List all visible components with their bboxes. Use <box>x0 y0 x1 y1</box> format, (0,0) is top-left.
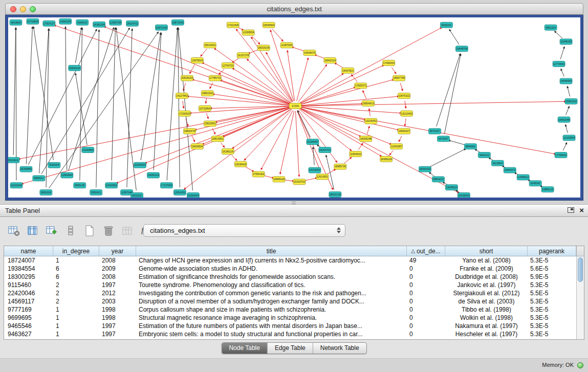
graph-node[interactable]: 18203106 <box>257 45 270 51</box>
graph-node[interactable]: 16186126 <box>222 149 234 155</box>
graph-node[interactable]: 15823051 <box>204 121 216 126</box>
column-header-outdegree[interactable]: △ out_de... <box>407 246 445 256</box>
graph-node[interactable]: 15872043 <box>171 19 184 25</box>
graph-node[interactable]: 10430662 <box>105 183 118 188</box>
graph-node[interactable]: 19648794 <box>455 46 468 52</box>
graph-node[interactable]: 19965418 <box>273 177 285 182</box>
graph-node[interactable]: 12754702 <box>222 62 234 68</box>
graph-node[interactable]: 13216052 <box>365 118 377 124</box>
graph-node[interactable]: 15153702 <box>293 179 306 185</box>
graph-node[interactable]: 10435042 <box>458 193 470 198</box>
graph-node[interactable]: 9520609 <box>8 157 19 163</box>
zoom-window-button[interactable] <box>30 6 36 12</box>
graph-node[interactable]: 16652048 <box>558 117 570 122</box>
graph-node[interactable]: 15649470 <box>303 50 316 56</box>
column-header-year[interactable]: year <box>99 246 136 256</box>
table-row[interactable]: 969969511998Structural magnetic resonanc… <box>4 314 576 322</box>
table-row[interactable]: 946362711997Embryonic stem cells: a mode… <box>4 330 576 338</box>
graph-node[interactable]: 25260850 <box>20 166 32 172</box>
table-mode-icon[interactable] <box>7 224 20 237</box>
graph-node[interactable]: 14545493 <box>560 78 572 84</box>
graph-node[interactable]: 20530103 <box>69 65 81 71</box>
graph-node[interactable]: 10884210 <box>541 187 554 192</box>
graph-node[interactable]: 17554302 <box>252 171 265 177</box>
graph-node[interactable]: 14690254 <box>59 18 72 24</box>
graph-node[interactable]: 9015824 <box>491 160 504 166</box>
graph-node[interactable]: 18985736 <box>334 164 346 169</box>
graph-node[interactable]: 19820476 <box>183 128 195 134</box>
table-row[interactable]: 946554611997Estimation of the future num… <box>4 322 576 330</box>
tab-edge-table[interactable]: Edge Table <box>268 343 313 354</box>
graph-node[interactable]: 16381204 <box>93 21 105 27</box>
delete-column-icon[interactable] <box>102 224 115 237</box>
graph-node[interactable]: 17240 <box>289 103 301 109</box>
graph-node[interactable]: 17760542 <box>555 152 567 158</box>
window-titlebar[interactable]: citations_edges.txt <box>5 3 583 15</box>
tab-node-table[interactable]: Node Table <box>222 343 268 354</box>
column-header-title[interactable]: title <box>136 246 407 256</box>
table-row[interactable]: 1456911722003Disruption of a novel membe… <box>4 297 576 305</box>
table-row[interactable]: 1830029562008Estimation of significance … <box>4 273 576 281</box>
graph-node[interactable]: 18399106 <box>380 156 393 162</box>
graph-node[interactable]: 11542087 <box>390 144 403 149</box>
graph-node[interactable]: 12904352 <box>173 190 186 195</box>
table-row[interactable]: 1938455462009Genome-wide association stu… <box>4 265 576 273</box>
graph-node[interactable]: 17605372 <box>355 83 367 89</box>
graph-node[interactable]: 13210463 <box>401 111 413 116</box>
select-columns-icon[interactable] <box>26 224 39 237</box>
graph-node[interactable]: 17230915 <box>178 111 190 116</box>
table-row[interactable]: 2242004622012Investigating the contribut… <box>4 289 576 297</box>
graph-node[interactable]: 8183204 <box>440 22 452 28</box>
graph-node[interactable]: 18524702 <box>126 20 139 26</box>
column-header-short[interactable]: short <box>445 246 528 256</box>
graph-node[interactable]: 9094023 <box>76 19 89 25</box>
graph-node[interactable]: 9890512 <box>33 176 45 181</box>
graph-node[interactable]: 10640372 <box>504 167 516 173</box>
graph-node[interactable]: 11548208 <box>560 39 572 45</box>
graph-node[interactable]: 12610651 <box>316 174 329 180</box>
graph-node[interactable]: 9462210 <box>478 152 490 158</box>
graph-node[interactable]: 18957756 <box>393 75 405 81</box>
graph-node[interactable]: 17137054 <box>160 183 172 188</box>
graph-node[interactable]: 10220349 <box>10 183 23 188</box>
graph-node[interactable]: 19245022 <box>445 185 458 190</box>
graph-node[interactable]: 19437821 <box>342 68 354 73</box>
graph-node[interactable]: 16646950 <box>263 22 275 28</box>
graph-node[interactable]: 18236426 <box>234 161 247 167</box>
table-row[interactable]: 1872400712008Changes of HCN gene express… <box>4 256 576 265</box>
graph-node[interactable]: 10732804 <box>199 106 211 112</box>
graph-node[interactable]: 20518103 <box>181 75 193 81</box>
graph-node[interactable]: 16157278 <box>237 53 249 58</box>
graph-node[interactable]: 10793809 <box>27 18 39 24</box>
graph-node[interactable]: 12945012 <box>517 174 529 180</box>
graph-node[interactable]: 15953102 <box>565 99 577 104</box>
graph-node[interactable]: 8679197 <box>429 128 441 134</box>
create-column-icon[interactable] <box>83 224 96 237</box>
graph-node[interactable]: 10972106 <box>155 25 167 30</box>
graph-node[interactable]: 16093248 <box>360 136 372 142</box>
scrollbar-thumb[interactable] <box>578 257 583 282</box>
graph-node[interactable]: 12268054 <box>242 30 254 35</box>
float-panel-icon[interactable] <box>568 207 574 213</box>
graph-node[interactable]: 9245042 <box>529 181 541 186</box>
import-table-icon[interactable] <box>45 224 58 237</box>
column-header-pagerank[interactable]: pagerank <box>528 246 576 256</box>
graph-node[interactable]: 17785715 <box>209 75 221 81</box>
graph-node[interactable]: 17322406 <box>227 22 239 28</box>
vertical-scrollbar[interactable] <box>576 256 584 339</box>
graph-node[interactable]: 18020130 <box>329 192 341 198</box>
graph-node[interactable]: 10930214 <box>147 172 160 178</box>
tab-network-table[interactable]: Network Table <box>313 343 366 354</box>
graph-node[interactable]: 16204702 <box>319 147 331 153</box>
graph-node[interactable]: 16509427 <box>398 128 410 134</box>
graph-node[interactable]: 9156204 <box>48 162 60 168</box>
column-header-indegree[interactable]: in_degree <box>53 246 99 256</box>
graph-node[interactable]: 14127842 <box>176 93 188 99</box>
graph-node[interactable]: 9905135 <box>74 183 86 188</box>
graph-node[interactable]: 9852204 <box>545 25 557 30</box>
graph-node[interactable]: 21260850 <box>82 147 94 153</box>
delete-table-icon[interactable] <box>121 224 134 237</box>
minimize-window-button[interactable] <box>20 6 26 12</box>
graph-node[interactable]: 12650943 <box>61 172 73 178</box>
table-source-combobox[interactable]: citations_edges.txt <box>143 224 345 237</box>
